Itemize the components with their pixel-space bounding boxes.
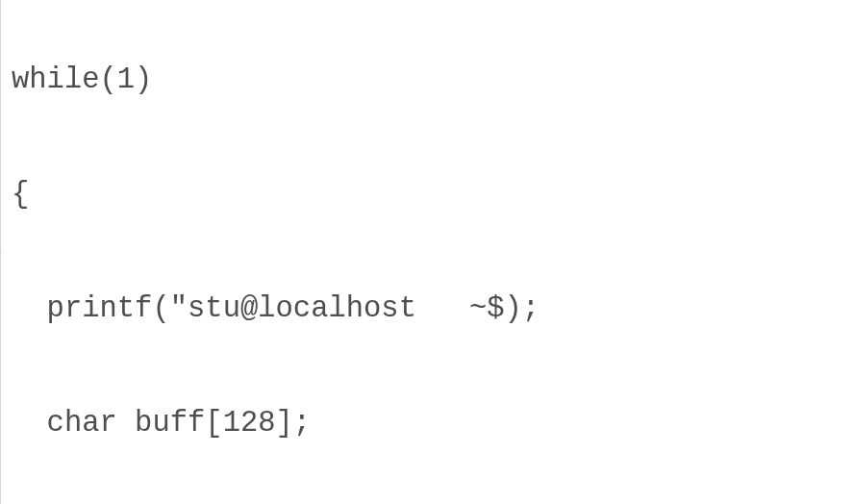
code-line: printf("stu@localhost ~$); bbox=[12, 294, 623, 350]
code-line: { bbox=[12, 180, 623, 236]
code-text: { bbox=[12, 180, 29, 210]
code-line: while(1) bbox=[12, 65, 623, 121]
code-text: while(1) bbox=[12, 65, 152, 95]
ruler-tick bbox=[0, 252, 2, 253]
code-text: char buff[128]; bbox=[12, 409, 311, 439]
code-line: char buff[128]; bbox=[12, 409, 623, 465]
code-text: printf("stu@localhost ~$); bbox=[12, 294, 539, 324]
code-block: while(1) { printf("stu@localhost ~$); ch… bbox=[12, 7, 623, 504]
